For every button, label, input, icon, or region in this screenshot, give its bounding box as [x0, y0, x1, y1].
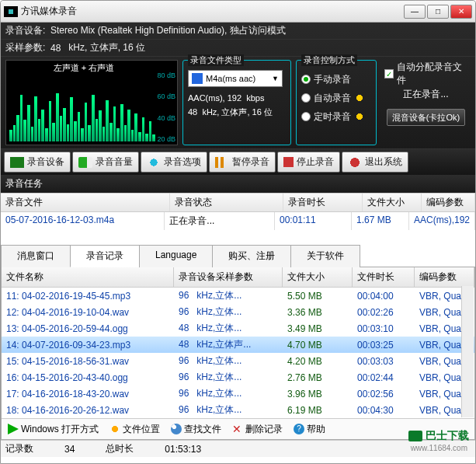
tab-buy[interactable]: 购买、注册	[212, 245, 291, 267]
gcol-len[interactable]: 文件时长	[353, 267, 415, 287]
control-mode-group: 录音控制方式 手动录音 自动录音 定时录音	[296, 60, 377, 145]
options-icon	[147, 157, 161, 168]
grid-row[interactable]: 18: 04-16-2016-20-26-12.wav96 kHz,立体...6…	[2, 402, 474, 418]
gear-icon[interactable]	[354, 111, 365, 122]
scrollbar[interactable]	[461, 286, 474, 417]
encoding-info: AAC(ms), 192 kbps 48 kHz, 立体声, 16 位	[188, 92, 286, 119]
btn-pause-rec[interactable]: 暂停录音	[209, 152, 276, 173]
grid-body[interactable]: 11: 04-02-2016-19-45-45.mp396 kHz,立体...5…	[2, 288, 474, 418]
tab-msg[interactable]: 消息窗口	[1, 245, 71, 267]
radio-timer[interactable]: 定时录音	[301, 107, 371, 126]
grid-row[interactable]: 15: 04-15-2016-18-56-31.wav96 kHz,立体...4…	[2, 353, 474, 369]
search-icon	[171, 424, 182, 434]
rec-status: 正在录音...	[403, 88, 448, 101]
grid-row[interactable]: 16: 04-15-2016-20-43-40.ogg96 kHz,立体...2…	[2, 369, 474, 386]
sample-fmt: kHz, 立体声, 16 位	[68, 41, 145, 54]
pause-icon	[215, 157, 229, 168]
grid-row[interactable]: 17: 04-16-2016-18-43-20.wav96 kHz,立体...3…	[2, 386, 474, 402]
sample-label: 采样参数:	[5, 41, 50, 54]
grid-columns: 文件名称 录音设备采样参数 文件大小 文件时长 编码参数	[2, 267, 474, 288]
control-mode-title: 录音控制方式	[301, 54, 357, 66]
radio-icon	[301, 75, 311, 84]
status-dur: 01:53:13	[165, 444, 201, 455]
chevron-down-icon: ▼	[272, 75, 279, 82]
minimize-button[interactable]: —	[404, 5, 426, 19]
radio-icon	[301, 93, 311, 103]
file-type-title: 录音文件类型	[188, 54, 244, 66]
delete-icon: ✕	[232, 424, 243, 434]
tab-records[interactable]: 录音记录	[70, 245, 140, 267]
exit-icon	[348, 157, 362, 168]
btn-stop-rec[interactable]: 停止录音	[277, 152, 340, 173]
device-label: 录音设备:	[5, 24, 50, 37]
task-header: 录音任务	[1, 175, 475, 193]
gear-icon[interactable]	[354, 92, 365, 103]
level-meter: 左声道 + 右声道 80 dB 60 dB 40 dB 20 dB	[5, 60, 178, 145]
gcol-sample[interactable]: 录音设备采样参数	[174, 267, 283, 287]
meter-title: 左声道 + 右声道	[6, 62, 162, 74]
col-duration[interactable]: 录音时长	[283, 194, 363, 211]
gcol-name[interactable]: 文件名称	[2, 267, 174, 287]
disk-icon	[192, 73, 203, 84]
btn-rec-volume[interactable]: 录音音量	[72, 152, 139, 173]
grid-row[interactable]: 11: 04-02-2016-19-45-45.mp396 kHz,立体...5…	[2, 288, 474, 304]
app-icon	[4, 6, 18, 17]
bottom-toolbar: Windows 打开方式 文件位置 查找文件 ✕删除记录 ?帮助	[2, 418, 474, 439]
btn-open-with[interactable]: Windows 打开方式	[5, 421, 102, 438]
col-file[interactable]: 录音文件	[1, 194, 170, 211]
file-type-group: 录音文件类型 M4a(ms aac) ▼ AAC(ms), 192 kbps 4…	[182, 60, 291, 145]
file-type-selected: M4a(ms aac)	[206, 74, 255, 83]
auto-assign-checkbox[interactable]: ✓ 自动分配录音文件	[384, 65, 467, 83]
tabs: 消息窗口 录音记录 Language 购买、注册 关于软件	[1, 244, 475, 267]
status-count-label: 记录数	[5, 442, 33, 455]
close-button[interactable]: ✕	[450, 5, 472, 19]
col-size[interactable]: 文件大小	[363, 194, 422, 211]
db-scale: 80 dB 60 dB 40 dB 20 dB	[157, 72, 175, 143]
btn-rec-device[interactable]: 录音设备	[4, 152, 71, 173]
auto-column: ✓ 自动分配录音文件 正在录音... 混音设备(卡拉Ok)	[381, 60, 471, 145]
gcol-size[interactable]: 文件大小	[283, 267, 353, 287]
task-row[interactable]: 05-07-2016-16-12-03.m4a 正在录音... 00:01:11…	[1, 212, 475, 230]
meter-bars	[9, 75, 155, 141]
mix-device-button[interactable]: 混音设备(卡拉Ok)	[387, 109, 465, 126]
radio-manual[interactable]: 手动录音	[301, 70, 371, 89]
help-icon: ?	[294, 424, 304, 434]
gcol-codec[interactable]: 编码参数	[415, 267, 474, 287]
btn-rec-options[interactable]: 录音选项	[141, 152, 207, 173]
file-type-combo[interactable]: M4a(ms aac) ▼	[188, 70, 283, 87]
bus-icon	[408, 431, 422, 441]
col-codec[interactable]: 编码参数	[422, 194, 475, 211]
btn-file-location[interactable]: 文件位置	[106, 421, 163, 438]
tab-about[interactable]: 关于软件	[290, 245, 360, 267]
btn-help[interactable]: ?帮助	[290, 421, 328, 438]
radio-auto[interactable]: 自动录音	[301, 89, 371, 107]
btn-delete-record[interactable]: ✕删除记录	[229, 421, 286, 438]
maximize-button[interactable]: □	[427, 5, 449, 19]
volume-icon	[78, 157, 92, 168]
main-toolbar: 录音设备 录音音量 录音选项 暂停录音 停止录音 退出系统	[1, 148, 475, 175]
check-icon: ✓	[384, 69, 394, 78]
btn-exit[interactable]: 退出系统	[342, 152, 408, 173]
device-row: 录音设备: Stereo Mix (Realtek High Definitio…	[1, 23, 475, 40]
grid-row[interactable]: 13: 04-05-2016-20-59-44.ogg48 kHz,立体...3…	[2, 320, 474, 337]
play-icon	[8, 424, 19, 434]
status-count: 34	[64, 444, 75, 455]
sample-rate: 48	[50, 43, 61, 54]
stop-icon	[283, 157, 294, 167]
btn-find-file[interactable]: 查找文件	[168, 421, 224, 438]
tab-language[interactable]: Language	[139, 245, 213, 267]
radio-icon	[301, 112, 311, 121]
watermark: 巴士下载	[408, 429, 469, 443]
location-icon	[109, 424, 120, 434]
task-columns: 录音文件 录音状态 录音时长 文件大小 编码参数	[1, 193, 475, 212]
device-value: Stereo Mix (Realtek High Definition Audi…	[50, 24, 286, 37]
col-status[interactable]: 录音状态	[170, 194, 283, 211]
window-title: 方讯媒体录音	[21, 5, 404, 18]
device-icon	[10, 157, 24, 168]
status-dur-label: 总时长	[106, 442, 134, 455]
grid-row[interactable]: 12: 04-04-2016-19-10-04.wav96 kHz,立体...3…	[2, 304, 474, 320]
status-bar: 记录数 34 总时长 01:53:13	[1, 440, 475, 457]
grid-row[interactable]: 14: 04-07-2016-09-34-23.mp348 kHz,立体声...…	[2, 337, 474, 353]
watermark-url: www.11684.com	[411, 444, 467, 452]
